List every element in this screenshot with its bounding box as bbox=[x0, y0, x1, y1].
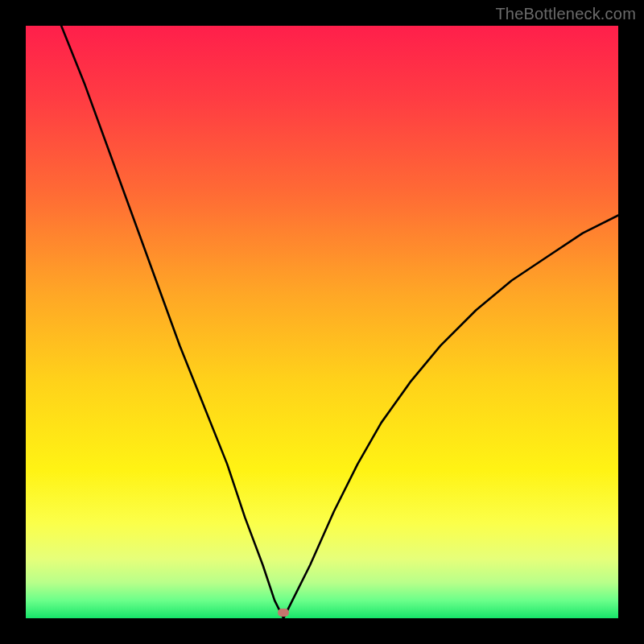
watermark-text: TheBottleneck.com bbox=[495, 5, 636, 23]
chart-frame: TheBottleneck.com bbox=[0, 0, 644, 644]
plot-area bbox=[26, 26, 618, 618]
minimum-marker bbox=[278, 609, 289, 617]
bottleneck-curve bbox=[26, 26, 618, 618]
